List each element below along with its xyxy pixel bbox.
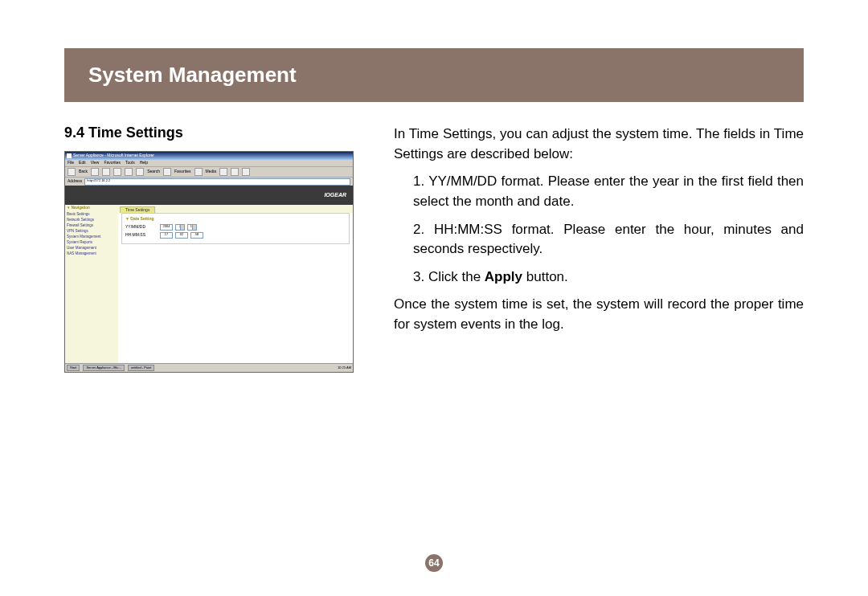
time-label: HH:MM:SS bbox=[125, 233, 158, 238]
nav-item-user-management[interactable]: User Management bbox=[67, 246, 117, 251]
item3-post: button. bbox=[522, 269, 568, 284]
main-panel-area: Time Settings ▼ Date Setting YY/MM/DD 20… bbox=[118, 205, 353, 364]
menu-favorites[interactable]: Favorites bbox=[104, 161, 121, 165]
menu-tools[interactable]: Tools bbox=[125, 161, 135, 165]
search-label: Search bbox=[147, 169, 160, 174]
window-titlebar: Server Appliance - Microsoft Internet Ex… bbox=[65, 152, 353, 160]
menu-edit[interactable]: Edit bbox=[79, 161, 86, 165]
search-button[interactable] bbox=[136, 168, 144, 176]
list-item-3: 3. Click the Apply button. bbox=[394, 267, 804, 288]
date-row: YY/MM/DD 2004 2 19 bbox=[125, 224, 346, 231]
tab-time-settings[interactable]: Time Settings bbox=[120, 206, 155, 214]
item3-pre: 3. Click the bbox=[413, 269, 485, 284]
print-button[interactable] bbox=[242, 168, 250, 176]
mail-button[interactable] bbox=[231, 168, 239, 176]
minute-input[interactable]: 02 bbox=[175, 232, 188, 239]
nav-item-system-management[interactable]: System Management bbox=[67, 235, 117, 240]
menu-help[interactable]: Help bbox=[140, 161, 148, 165]
favorites-label: Favorites bbox=[174, 169, 191, 174]
nav-item-nas-management[interactable]: NAS Management bbox=[67, 251, 117, 257]
date-label: YY/MM/DD bbox=[125, 225, 158, 230]
refresh-button[interactable] bbox=[113, 168, 121, 176]
nav-item-basic[interactable]: Basic Settings bbox=[67, 212, 117, 218]
hour-input[interactable]: 17 bbox=[160, 232, 173, 239]
time-row: HH:MM:SS 17 02 58 bbox=[125, 232, 346, 239]
outro-paragraph: Once the system time is set, the system … bbox=[394, 295, 804, 334]
start-button[interactable]: Start bbox=[67, 365, 80, 371]
panel-title: ▼ Date Setting bbox=[125, 217, 346, 222]
back-label: Back bbox=[79, 169, 88, 174]
nav-item-system-reports[interactable]: System Reports bbox=[67, 240, 117, 246]
date-setting-panel: ▼ Date Setting YY/MM/DD 2004 2 19 HH:MM:… bbox=[121, 213, 350, 244]
taskbar-clock: 10:25 AM bbox=[338, 366, 351, 369]
list-item-2: 2. HH:MM:SS format. Please enter the hou… bbox=[394, 220, 804, 259]
history-button[interactable] bbox=[219, 168, 227, 176]
address-label: Address bbox=[68, 179, 82, 184]
browser-menu[interactable]: File Edit View Favorites Tools Help bbox=[65, 160, 353, 167]
taskbar: Start Server Appliance - Mic... untitled… bbox=[65, 363, 353, 372]
media-button[interactable] bbox=[194, 168, 203, 176]
nav-item-network[interactable]: Network Settings bbox=[67, 218, 117, 223]
app-icon bbox=[67, 153, 72, 158]
screenshot-browser-window: Server Appliance - Microsoft Internet Ex… bbox=[64, 151, 354, 373]
nav-sidebar: ▼ Navigation Basic Settings Network Sett… bbox=[65, 205, 118, 364]
nav-heading: ▼ Navigation bbox=[67, 206, 117, 210]
forward-button[interactable] bbox=[91, 168, 99, 176]
stop-button[interactable] bbox=[102, 168, 110, 176]
menu-file[interactable]: File bbox=[68, 161, 74, 165]
second-input[interactable]: 58 bbox=[190, 232, 203, 239]
back-button[interactable] bbox=[68, 168, 76, 176]
menu-view[interactable]: View bbox=[91, 161, 100, 165]
month-select[interactable]: 2 bbox=[175, 224, 185, 231]
day-select[interactable]: 19 bbox=[187, 224, 197, 231]
address-input[interactable]: http://172.16.2.2 bbox=[84, 178, 350, 186]
nav-item-firewall[interactable]: Firewall Settings bbox=[67, 223, 117, 229]
year-input[interactable]: 2004 bbox=[160, 224, 173, 231]
taskbar-app1[interactable]: Server Appliance - Mic... bbox=[83, 365, 124, 371]
chapter-header: System Management bbox=[64, 48, 804, 102]
section-heading: 9.4 Time Settings bbox=[64, 125, 378, 141]
browser-viewport: IOGEAR ▼ Navigation Basic Settings Netwo… bbox=[65, 186, 353, 364]
nav-item-vpn[interactable]: VPN Settings bbox=[67, 229, 117, 235]
item3-bold: Apply bbox=[485, 269, 522, 284]
home-button[interactable] bbox=[125, 168, 133, 176]
intro-paragraph: In Time Settings, you can adjust the sys… bbox=[394, 125, 804, 164]
favorites-button[interactable] bbox=[163, 168, 171, 176]
list-item-1: 1. YY/MM/DD format. Please enter the yea… bbox=[394, 172, 804, 211]
brand-logo-text: IOGEAR bbox=[324, 192, 346, 198]
media-label: Media bbox=[206, 169, 217, 174]
brand-banner: IOGEAR bbox=[65, 186, 353, 205]
body-text: In Time Settings, you can adjust the sys… bbox=[394, 125, 804, 373]
browser-toolbar: Back Search Favorites Media bbox=[65, 167, 353, 178]
window-title: Server Appliance - Microsoft Internet Ex… bbox=[73, 153, 154, 158]
taskbar-app2[interactable]: untitled - Paint bbox=[128, 365, 155, 371]
page-number-badge: 64 bbox=[425, 554, 443, 572]
